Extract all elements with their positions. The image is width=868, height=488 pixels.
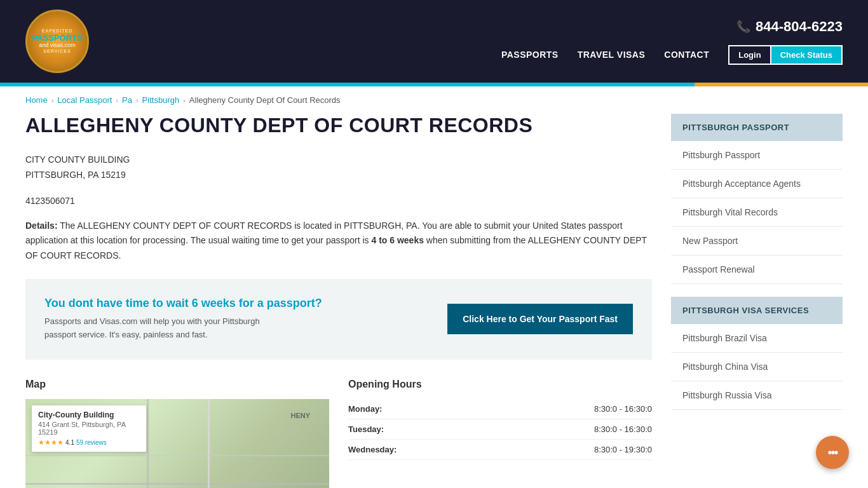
sep4: › [183,97,186,104]
phone-number: 844-804-6223 [756,18,843,35]
hours-section: Opening Hours Monday:8:30:0 - 16:30:0Tue… [348,379,652,488]
breadcrumb-current: Allegheny County Dept Of Court Records [189,95,341,105]
map-placeholder[interactable]: City-County Building 414 Grant St, Pitts… [25,399,329,488]
breadcrumb-local-passport[interactable]: Local Passport [57,95,112,105]
auth-buttons: Login Check Status [728,45,843,65]
map-section: Map City-County Building 414 Grant St, P… [25,379,329,488]
business-address: 414 Grant St, Pittsburgh, PA 15219 [38,421,140,436]
breadcrumb-home[interactable]: Home [25,95,48,105]
logo-andvisas: AND VISAS.COM [32,43,82,49]
business-name: City-County Building [38,410,140,419]
map-rating: 4.1 [65,439,74,446]
sidebar-item[interactable]: Pittsburgh Brazil Visa [671,324,843,353]
site-header: EXPEDITED PASSPORTS AND VISAS.COM SERVIC… [0,0,868,83]
login-button[interactable]: Login [729,46,771,64]
phone-area: 📞 844-804-6223 [736,18,843,35]
sep2: › [116,97,118,104]
nav-travel-visas[interactable]: TRAVEL VISAS [578,50,646,60]
address-line1: CITY COUNTY BUILDING [25,152,652,168]
sidebar-item[interactable]: Pittsburgh Acceptance Agents [671,170,843,198]
sidebar-item[interactable]: Pittsburgh Passport [671,141,843,170]
chat-icon: ••• [827,445,837,460]
sidebar-item[interactable]: Passport Renewal [671,255,843,284]
map-label-heny: HENY [290,412,310,488]
address-line2: PITTSBURGH, PA 15219 [25,168,652,183]
sidebar-header-visa: PITTSBURGH VISA SERVICES [671,297,843,324]
check-status-button[interactable]: Check Status [771,46,841,64]
sep3: › [136,97,139,104]
sidebar-header-passport: PITTSBURGH PASSPORT [671,114,843,141]
breadcrumb-pittsburgh[interactable]: Pittsburgh [142,95,180,105]
chat-bubble[interactable]: ••• [816,436,849,469]
cta-heading: You dont have time to wait 6 weeks for a… [44,297,322,310]
hours-time: 8:30:0 - 16:30:0 [418,399,652,419]
sidebar: PITTSBURGH PASSPORT Pittsburgh PassportP… [671,114,843,488]
bold-weeks: 4 to 6 weeks [371,235,424,245]
cta-box: You dont have time to wait 6 weeks for a… [25,279,652,360]
sep1: › [51,97,54,104]
details-label: Details: [25,220,58,231]
map-heading: Map [25,379,329,390]
header-right: 📞 844-804-6223 PASSPORTS TRAVEL VISAS CO… [501,18,843,65]
main-nav: PASSPORTS TRAVEL VISAS CONTACT Login Che… [501,45,843,65]
sidebar-section-passport: PITTSBURGH PASSPORT Pittsburgh PassportP… [671,114,843,284]
cta-body: Passports and Visas.com will help you wi… [44,315,273,342]
hours-day: Wednesday: [348,439,418,459]
address-block: CITY COUNTY BUILDING PITTSBURGH, PA 1521… [25,152,652,183]
breadcrumb-pa[interactable]: Pa [122,95,132,105]
map-hours-section: Map City-County Building 414 Grant St, P… [25,379,652,488]
logo-services: SERVICES [32,49,82,54]
details-block: Details: The ALLEGHENY COUNTY DEPT OF CO… [25,219,652,264]
map-reviews: 59 reviews [76,439,107,446]
hours-row: Tuesday:8:30:0 - 16:30:0 [348,419,652,439]
hours-row: Wednesday:8:30:0 - 19:30:0 [348,439,652,459]
cta-button[interactable]: Click Here to Get Your Passport Fast [447,304,633,334]
sidebar-section-visa: PITTSBURGH VISA SERVICES Pittsburgh Braz… [671,297,843,410]
logo-passports: PASSPORTS [32,34,82,43]
logo-circle: EXPEDITED PASSPORTS AND VISAS.COM SERVIC… [25,10,89,73]
map-stars: ★★★★ [38,438,64,446]
hours-day: Tuesday: [348,419,418,439]
sidebar-item[interactable]: Pittsburgh Russia Visa [671,381,843,410]
hours-heading: Opening Hours [348,379,652,390]
logo[interactable]: EXPEDITED PASSPORTS AND VISAS.COM SERVIC… [25,10,89,73]
hours-row: Monday:8:30:0 - 16:30:0 [348,399,652,419]
page-title: ALLEGHENY COUNTY DEPT OF COURT RECORDS [25,114,652,137]
sidebar-item[interactable]: Pittsburgh China Visa [671,353,843,381]
hours-time: 8:30:0 - 19:30:0 [418,439,652,459]
main-container: ALLEGHENY COUNTY DEPT OF COURT RECORDS C… [0,114,868,488]
sidebar-item[interactable]: New Passport [671,227,843,255]
phone-block: 4123506071 [25,196,652,206]
hours-day: Monday: [348,399,418,419]
content-area: ALLEGHENY COUNTY DEPT OF COURT RECORDS C… [25,114,652,488]
map-info-card: City-County Building 414 Grant St, Pitts… [32,405,146,452]
sidebar-item[interactable]: Pittsburgh Vital Records [671,198,843,227]
phone-icon: 📞 [736,20,750,34]
nav-contact[interactable]: CONTACT [664,50,709,60]
breadcrumb: Home › Local Passport › Pa › Pittsburgh … [0,86,868,114]
hours-table: Monday:8:30:0 - 16:30:0Tuesday:8:30:0 - … [348,399,652,460]
location-phone: 4123506071 [25,196,75,206]
nav-passports[interactable]: PASSPORTS [501,50,559,60]
cta-text: You dont have time to wait 6 weeks for a… [44,297,322,342]
hours-time: 8:30:0 - 16:30:0 [418,419,652,439]
